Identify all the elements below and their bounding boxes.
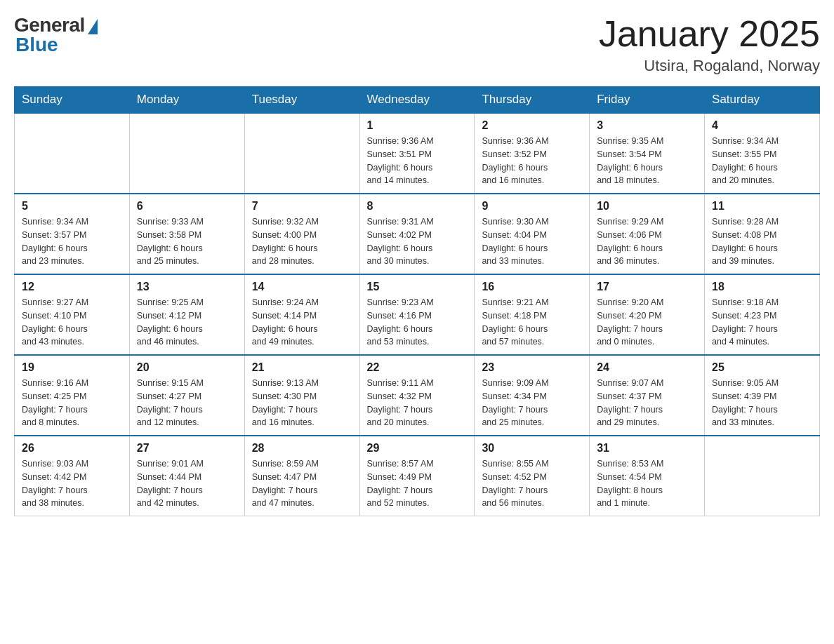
day-number: 12 <box>22 281 122 293</box>
calendar-cell: 6Sunrise: 9:33 AM Sunset: 3:58 PM Daylig… <box>129 194 244 274</box>
calendar-cell: 10Sunrise: 9:29 AM Sunset: 4:06 PM Dayli… <box>590 194 705 274</box>
day-info: Sunrise: 9:21 AM Sunset: 4:18 PM Dayligh… <box>482 296 582 349</box>
calendar-cell: 26Sunrise: 9:03 AM Sunset: 4:42 PM Dayli… <box>15 436 130 516</box>
day-info: Sunrise: 9:30 AM Sunset: 4:04 PM Dayligh… <box>482 215 582 268</box>
calendar-cell: 19Sunrise: 9:16 AM Sunset: 4:25 PM Dayli… <box>15 355 130 436</box>
calendar-cell: 12Sunrise: 9:27 AM Sunset: 4:10 PM Dayli… <box>15 274 130 355</box>
logo: General Blue <box>14 14 98 56</box>
calendar-table: SundayMondayTuesdayWednesdayThursdayFrid… <box>14 86 820 516</box>
day-number: 30 <box>482 442 582 455</box>
calendar-cell: 29Sunrise: 8:57 AM Sunset: 4:49 PM Dayli… <box>359 436 475 516</box>
weekday-header-sunday: Sunday <box>15 87 130 114</box>
day-number: 22 <box>367 361 468 374</box>
day-number: 8 <box>367 200 468 213</box>
day-number: 20 <box>137 361 237 374</box>
day-info: Sunrise: 9:34 AM Sunset: 3:55 PM Dayligh… <box>712 135 812 187</box>
day-number: 2 <box>482 119 582 132</box>
page-header: General Blue January 2025 Utsira, Rogala… <box>14 14 820 75</box>
day-number: 24 <box>597 361 697 374</box>
day-info: Sunrise: 9:24 AM Sunset: 4:14 PM Dayligh… <box>252 296 352 349</box>
calendar-cell: 21Sunrise: 9:13 AM Sunset: 4:30 PM Dayli… <box>244 355 359 436</box>
day-number: 10 <box>597 200 697 213</box>
calendar-cell <box>244 113 359 194</box>
day-number: 31 <box>597 442 697 455</box>
calendar-cell: 18Sunrise: 9:18 AM Sunset: 4:23 PM Dayli… <box>705 274 820 355</box>
calendar-cell: 15Sunrise: 9:23 AM Sunset: 4:16 PM Dayli… <box>359 274 475 355</box>
day-info: Sunrise: 9:28 AM Sunset: 4:08 PM Dayligh… <box>712 215 812 268</box>
day-info: Sunrise: 9:35 AM Sunset: 3:54 PM Dayligh… <box>597 135 697 187</box>
day-info: Sunrise: 9:20 AM Sunset: 4:20 PM Dayligh… <box>597 296 697 349</box>
day-number: 7 <box>252 200 352 213</box>
day-number: 3 <box>597 119 697 132</box>
calendar-cell: 5Sunrise: 9:34 AM Sunset: 3:57 PM Daylig… <box>15 194 130 274</box>
day-info: Sunrise: 9:23 AM Sunset: 4:16 PM Dayligh… <box>367 296 468 349</box>
day-number: 5 <box>22 200 122 213</box>
location-title: Utsira, Rogaland, Norway <box>599 57 820 75</box>
day-info: Sunrise: 9:03 AM Sunset: 4:42 PM Dayligh… <box>22 457 122 510</box>
calendar-cell: 17Sunrise: 9:20 AM Sunset: 4:20 PM Dayli… <box>590 274 705 355</box>
day-info: Sunrise: 9:27 AM Sunset: 4:10 PM Dayligh… <box>22 296 122 349</box>
calendar-cell: 24Sunrise: 9:07 AM Sunset: 4:37 PM Dayli… <box>590 355 705 436</box>
day-number: 28 <box>252 442 352 455</box>
day-number: 29 <box>367 442 468 455</box>
calendar-cell: 8Sunrise: 9:31 AM Sunset: 4:02 PM Daylig… <box>359 194 475 274</box>
day-info: Sunrise: 9:29 AM Sunset: 4:06 PM Dayligh… <box>597 215 697 268</box>
day-info: Sunrise: 8:55 AM Sunset: 4:52 PM Dayligh… <box>482 457 582 510</box>
day-info: Sunrise: 9:31 AM Sunset: 4:02 PM Dayligh… <box>367 215 468 268</box>
day-info: Sunrise: 9:11 AM Sunset: 4:32 PM Dayligh… <box>367 377 468 429</box>
calendar-cell <box>15 113 130 194</box>
weekday-header-saturday: Saturday <box>705 87 820 114</box>
day-number: 9 <box>482 200 582 213</box>
month-title: January 2025 <box>599 14 820 54</box>
weekday-header-monday: Monday <box>129 87 244 114</box>
day-info: Sunrise: 9:36 AM Sunset: 3:52 PM Dayligh… <box>482 135 582 187</box>
calendar-cell: 28Sunrise: 8:59 AM Sunset: 4:47 PM Dayli… <box>244 436 359 516</box>
calendar-cell: 7Sunrise: 9:32 AM Sunset: 4:00 PM Daylig… <box>244 194 359 274</box>
day-info: Sunrise: 9:01 AM Sunset: 4:44 PM Dayligh… <box>137 457 237 510</box>
weekday-header-friday: Friday <box>590 87 705 114</box>
day-info: Sunrise: 9:36 AM Sunset: 3:51 PM Dayligh… <box>367 135 468 187</box>
day-info: Sunrise: 9:09 AM Sunset: 4:34 PM Dayligh… <box>482 377 582 429</box>
day-number: 25 <box>712 361 812 374</box>
day-number: 1 <box>367 119 468 132</box>
logo-blue-text: Blue <box>15 34 58 56</box>
day-info: Sunrise: 9:15 AM Sunset: 4:27 PM Dayligh… <box>137 377 237 429</box>
day-number: 21 <box>252 361 352 374</box>
calendar-cell: 14Sunrise: 9:24 AM Sunset: 4:14 PM Dayli… <box>244 274 359 355</box>
weekday-header-thursday: Thursday <box>475 87 590 114</box>
calendar-cell: 30Sunrise: 8:55 AM Sunset: 4:52 PM Dayli… <box>475 436 590 516</box>
day-number: 15 <box>367 281 468 293</box>
day-info: Sunrise: 9:16 AM Sunset: 4:25 PM Dayligh… <box>22 377 122 429</box>
calendar-cell: 4Sunrise: 9:34 AM Sunset: 3:55 PM Daylig… <box>705 113 820 194</box>
day-number: 18 <box>712 281 812 293</box>
day-number: 19 <box>22 361 122 374</box>
calendar-week-row: 5Sunrise: 9:34 AM Sunset: 3:57 PM Daylig… <box>15 194 820 274</box>
day-number: 13 <box>137 281 237 293</box>
calendar-cell: 31Sunrise: 8:53 AM Sunset: 4:54 PM Dayli… <box>590 436 705 516</box>
day-info: Sunrise: 9:32 AM Sunset: 4:00 PM Dayligh… <box>252 215 352 268</box>
calendar-week-row: 12Sunrise: 9:27 AM Sunset: 4:10 PM Dayli… <box>15 274 820 355</box>
day-number: 17 <box>597 281 697 293</box>
calendar-week-row: 1Sunrise: 9:36 AM Sunset: 3:51 PM Daylig… <box>15 113 820 194</box>
logo-triangle-icon <box>88 19 98 34</box>
day-info: Sunrise: 9:07 AM Sunset: 4:37 PM Dayligh… <box>597 377 697 429</box>
calendar-cell: 23Sunrise: 9:09 AM Sunset: 4:34 PM Dayli… <box>475 355 590 436</box>
day-info: Sunrise: 8:59 AM Sunset: 4:47 PM Dayligh… <box>252 457 352 510</box>
day-number: 26 <box>22 442 122 455</box>
day-number: 14 <box>252 281 352 293</box>
calendar-cell: 11Sunrise: 9:28 AM Sunset: 4:08 PM Dayli… <box>705 194 820 274</box>
day-info: Sunrise: 8:53 AM Sunset: 4:54 PM Dayligh… <box>597 457 697 510</box>
day-info: Sunrise: 9:18 AM Sunset: 4:23 PM Dayligh… <box>712 296 812 349</box>
calendar-cell: 1Sunrise: 9:36 AM Sunset: 3:51 PM Daylig… <box>359 113 475 194</box>
calendar-week-row: 19Sunrise: 9:16 AM Sunset: 4:25 PM Dayli… <box>15 355 820 436</box>
calendar-week-row: 26Sunrise: 9:03 AM Sunset: 4:42 PM Dayli… <box>15 436 820 516</box>
weekday-header-wednesday: Wednesday <box>359 87 475 114</box>
weekday-header-row: SundayMondayTuesdayWednesdayThursdayFrid… <box>15 87 820 114</box>
day-number: 23 <box>482 361 582 374</box>
calendar-cell: 25Sunrise: 9:05 AM Sunset: 4:39 PM Dayli… <box>705 355 820 436</box>
day-info: Sunrise: 9:05 AM Sunset: 4:39 PM Dayligh… <box>712 377 812 429</box>
calendar-cell <box>705 436 820 516</box>
calendar-cell: 2Sunrise: 9:36 AM Sunset: 3:52 PM Daylig… <box>475 113 590 194</box>
day-number: 16 <box>482 281 582 293</box>
day-info: Sunrise: 9:34 AM Sunset: 3:57 PM Dayligh… <box>22 215 122 268</box>
